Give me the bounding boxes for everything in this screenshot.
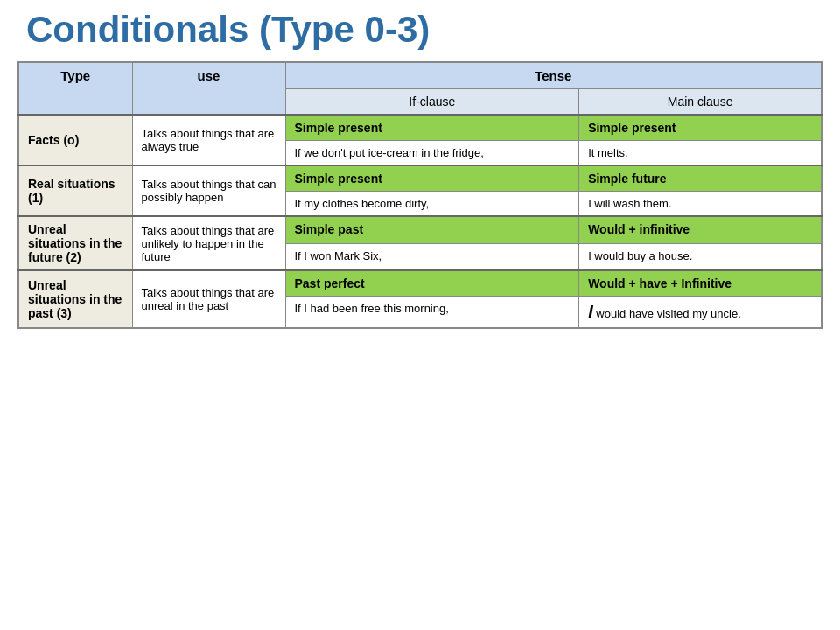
page-title: Conditionals (Type 0-3): [18, 9, 822, 51]
main-header-row: Type use Tense: [18, 62, 822, 89]
tense-if-3: Past perfect: [285, 270, 579, 297]
tense-header: Tense: [285, 62, 822, 89]
example-main-3-text: would have visited my uncle.: [593, 307, 741, 320]
type-cell-1: Real situations (1): [18, 165, 132, 216]
example-main-2: I would buy a house.: [579, 244, 822, 270]
use-cell-2: Talks about things that are unlikely to …: [132, 216, 285, 270]
example-main-3: I would have visited my uncle.: [579, 297, 822, 329]
example-if-1: If my clothes become dirty,: [285, 192, 579, 217]
example-main-0: It melts.: [579, 141, 822, 166]
example-main-1: I will wash them.: [579, 192, 822, 217]
table-row: Real situations (1) Talks about things t…: [18, 165, 822, 192]
use-cell-0: Talks about things that are always true: [132, 115, 285, 165]
table-row: Unreal situations in the past (3) Talks …: [18, 270, 822, 297]
type-cell-2: Unreal situations in the future (2): [18, 216, 132, 270]
conditionals-table: Type use Tense If-clause Main clause Fac…: [18, 61, 822, 329]
use-cell-1: Talks about things that can possibly hap…: [132, 165, 285, 216]
type-header: Type: [18, 62, 132, 115]
use-header: use: [132, 62, 285, 115]
type-cell-0: Facts (o): [18, 115, 132, 165]
tense-if-2: Simple past: [285, 216, 579, 244]
tense-main-1: Simple future: [579, 165, 822, 192]
if-clause-header: If-clause: [285, 89, 579, 116]
tense-main-2: Would + infinitive: [579, 216, 822, 244]
tense-if-0: Simple present: [285, 115, 579, 141]
table-row: Unreal situations in the future (2) Talk…: [18, 216, 822, 244]
use-cell-3: Talks about things that are unreal in th…: [132, 270, 285, 328]
tense-main-3: Would + have + Infinitive: [579, 270, 822, 297]
example-if-2: If I won Mark Six,: [285, 244, 579, 270]
table-row: Facts (o) Talks about things that are al…: [18, 115, 822, 141]
type-cell-3: Unreal situations in the past (3): [18, 270, 132, 328]
tense-if-1: Simple present: [285, 165, 579, 192]
tense-main-0: Simple present: [579, 115, 822, 141]
example-if-3: If I had been free this morning,: [285, 297, 579, 329]
example-if-0: If we don't put ice-cream in the fridge,: [285, 141, 579, 166]
main-clause-header: Main clause: [579, 89, 822, 116]
